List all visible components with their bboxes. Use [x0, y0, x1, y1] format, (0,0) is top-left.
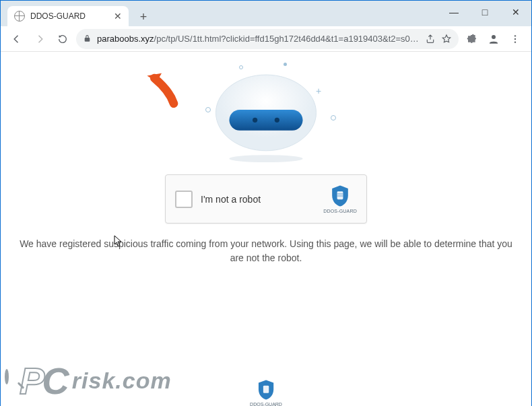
lock-icon: [83, 34, 92, 43]
notice-text: We have registered suspicious traffic co…: [1, 237, 531, 265]
svg-point-6: [229, 155, 302, 162]
captcha-box: I'm not a robot DDOS-GUARD: [165, 174, 367, 224]
url-text: paraboobs.xyz/pc/tp/US/1tt.html?clickid=…: [97, 34, 420, 44]
shield-icon: [257, 379, 275, 401]
reload-icon: [57, 34, 68, 44]
deco-circle-icon: [239, 65, 243, 69]
deco-plus-icon: +: [316, 86, 321, 96]
svg-rect-12: [337, 195, 343, 196]
svg-point-1: [514, 35, 516, 36]
robot-head-icon: [199, 65, 333, 166]
new-tab-button[interactable]: +: [134, 7, 153, 26]
watermark-letter-c: C: [42, 359, 69, 403]
watermark-text: risk.com: [72, 368, 172, 394]
arrow-right-icon: [34, 33, 46, 45]
annotation-arrow-icon: [143, 72, 180, 108]
svg-rect-10: [337, 191, 343, 199]
window-controls: — □ ✕: [438, 1, 531, 24]
url-path: /pc/tp/US/1tt.html?clickid=ffd15gh172t46…: [154, 34, 420, 44]
minimize-button[interactable]: —: [438, 1, 469, 24]
svg-point-2: [514, 38, 516, 39]
back-button[interactable]: [7, 30, 26, 48]
close-tab-icon[interactable]: ✕: [114, 11, 122, 22]
shield-icon: [330, 184, 350, 207]
footer-guard-text: DDOS-GUARD: [250, 402, 282, 406]
svg-rect-11: [337, 193, 343, 194]
menu-button[interactable]: [506, 30, 525, 48]
forward-button[interactable]: [30, 30, 49, 48]
deco-circle-icon: [331, 115, 336, 121]
maximize-button[interactable]: □: [469, 1, 500, 24]
guard-badge-text: DDOS-GUARD: [323, 209, 357, 213]
share-icon[interactable]: [425, 34, 436, 44]
toolbar-right: [463, 30, 525, 48]
page-content: +: [1, 65, 531, 406]
reload-button[interactable]: [53, 30, 72, 48]
deco-circle-icon: [205, 107, 211, 112]
address-bar[interactable]: paraboobs.xyz/pc/tp/US/1tt.html?clickid=…: [76, 29, 459, 49]
robot-illustration: +: [178, 65, 354, 166]
footer-guard-badge: DDOS-GUARD: [250, 379, 282, 406]
profile-icon: [488, 33, 500, 45]
close-window-button[interactable]: ✕: [500, 1, 531, 24]
tab-title: DDOS-GUARD: [30, 11, 86, 21]
deco-dot-icon: [284, 63, 287, 66]
svg-point-8: [253, 118, 257, 123]
watermark: P C risk.com: [5, 359, 172, 403]
svg-rect-13: [263, 386, 269, 393]
browser-tab[interactable]: DDOS-GUARD ✕: [7, 6, 129, 26]
browser-window: DDOS-GUARD ✕ + — □ ✕ paraboobs.xyz/pc/tp…: [0, 0, 532, 406]
mouse-cursor-icon: [114, 235, 123, 250]
magnifier-icon: [5, 371, 25, 391]
captcha-label: I'm not a robot: [201, 194, 315, 205]
puzzle-icon: [467, 34, 477, 44]
toolbar: paraboobs.xyz/pc/tp/US/1tt.html?clickid=…: [1, 26, 531, 52]
extensions-button[interactable]: [463, 30, 481, 48]
captcha-checkbox[interactable]: [175, 191, 193, 208]
kebab-icon: [510, 34, 521, 44]
star-icon[interactable]: [441, 34, 452, 44]
arrow-left-icon: [11, 33, 23, 45]
svg-point-9: [275, 118, 279, 123]
url-domain: paraboobs.xyz: [97, 34, 154, 44]
globe-icon: [14, 11, 25, 22]
profile-button[interactable]: [484, 30, 503, 48]
svg-rect-7: [229, 110, 302, 131]
svg-point-0: [492, 35, 496, 39]
svg-point-3: [514, 41, 516, 42]
titlebar: DDOS-GUARD ✕ + — □ ✕: [1, 1, 531, 26]
guard-badge: DDOS-GUARD: [323, 184, 357, 213]
